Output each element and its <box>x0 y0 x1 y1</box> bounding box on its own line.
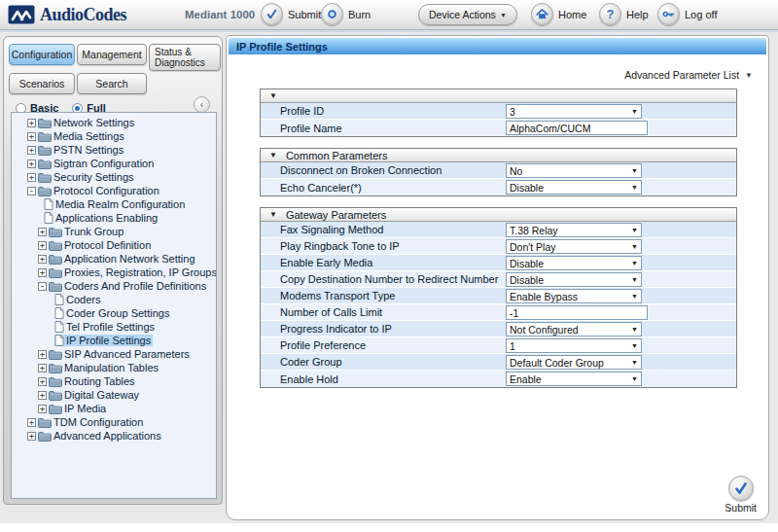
tree-item[interactable]: Coder Group Settings <box>12 306 216 320</box>
collapse-minus-icon[interactable]: - <box>38 282 47 291</box>
param-select-value: Disable <box>510 182 544 194</box>
folder-icon <box>49 281 62 292</box>
expand-plus-icon[interactable]: + <box>27 418 36 427</box>
param-row: Play Ringback Tone to IPDon't Play▼ <box>261 238 736 255</box>
expand-plus-icon[interactable]: + <box>27 146 36 155</box>
expand-plus-icon[interactable]: + <box>38 377 47 386</box>
sidebar: Configuration Management Status & Diagno… <box>3 36 223 505</box>
submit-button[interactable]: Submit <box>725 476 757 514</box>
tree-item[interactable]: Tel Profile Settings <box>12 320 216 334</box>
expand-plus-icon[interactable]: + <box>38 255 47 264</box>
page-title-bar: IP Profile Settings <box>229 38 766 54</box>
expand-plus-icon[interactable]: + <box>27 432 36 441</box>
param-select[interactable]: 1▼ <box>506 338 642 353</box>
tree-item[interactable]: +Application Network Setting <box>12 252 216 266</box>
expand-plus-icon[interactable]: + <box>27 119 36 127</box>
tab-configuration[interactable]: Configuration <box>9 44 75 65</box>
param-select[interactable]: 3▼ <box>506 104 642 119</box>
expand-plus-icon[interactable]: + <box>27 160 36 168</box>
section-collapse-icon: ▼ <box>269 151 277 160</box>
section-table: ▼Profile ID3▼Profile Name <box>260 89 737 137</box>
device-actions-label: Device Actions <box>429 9 496 20</box>
chevron-down-icon: ▼ <box>628 276 638 283</box>
section-header[interactable]: ▼Common Parameters <box>261 149 736 162</box>
tree-item[interactable]: +IP Media <box>12 402 216 415</box>
tree-item[interactable]: Coders <box>12 293 216 306</box>
param-select[interactable]: Default Coder Group▼ <box>506 355 642 370</box>
tree-item[interactable]: Applications Enabling <box>12 211 216 225</box>
expand-plus-icon[interactable]: + <box>38 228 47 236</box>
param-select[interactable]: Disable▼ <box>506 272 642 287</box>
submit-top-button[interactable]: Submit <box>261 3 321 25</box>
expand-plus-icon[interactable]: + <box>38 241 47 250</box>
param-select[interactable]: No▼ <box>506 163 642 178</box>
document-icon <box>44 212 53 224</box>
tree-item[interactable]: +Proxies, Registration, IP Groups <box>12 266 216 279</box>
tree-item[interactable]: -Coders And Profile Definitions <box>12 279 216 293</box>
param-input[interactable] <box>506 305 648 320</box>
param-label: Modems Transport Type <box>261 290 395 301</box>
tab-status-diagnostics[interactable]: Status & Diagnostics <box>149 44 221 71</box>
tree-item[interactable]: +Media Settings <box>12 129 216 143</box>
param-select[interactable]: T.38 Relay▼ <box>506 223 642 237</box>
document-icon <box>54 307 64 319</box>
expand-plus-icon[interactable]: + <box>27 132 36 141</box>
param-row: Enable HoldEnable▼ <box>261 371 736 387</box>
help-button[interactable]: ? Help <box>599 3 649 25</box>
tree-item-label: Digital Gateway <box>64 389 139 401</box>
expand-plus-icon[interactable]: + <box>38 350 47 359</box>
tree-item[interactable]: +TDM Configuration <box>12 415 216 429</box>
tree-item[interactable]: +PSTN Settings <box>12 143 216 157</box>
folder-icon <box>49 363 62 373</box>
tab-scenarios[interactable]: Scenarios <box>9 73 75 94</box>
expand-plus-icon[interactable]: + <box>27 173 36 182</box>
param-select[interactable]: Don't Play▼ <box>506 239 642 254</box>
collapse-minus-icon[interactable]: - <box>27 187 36 195</box>
param-input[interactable] <box>506 121 648 135</box>
home-button[interactable]: Home <box>531 3 586 25</box>
tree-item[interactable]: +SIP Advanced Parameters <box>12 347 216 361</box>
tree-item[interactable]: +Network Settings <box>12 116 216 129</box>
param-select[interactable]: Not Configured▼ <box>506 322 642 337</box>
param-row: Fax Signaling MethodT.38 Relay▼ <box>261 222 736 238</box>
tree-item-highlight: Digital Gateway <box>49 389 141 401</box>
sidebar-collapse-button[interactable]: ‹ <box>194 96 210 113</box>
tab-search[interactable]: Search <box>77 73 147 94</box>
tree-item-highlight: TDM Configuration <box>38 416 145 428</box>
expand-plus-icon[interactable]: + <box>38 268 47 277</box>
tree-item[interactable]: +Trunk Group <box>12 225 216 238</box>
section-header[interactable]: ▼Gateway Parameters <box>261 208 736 222</box>
section-header[interactable]: ▼ <box>261 89 736 103</box>
expand-plus-icon[interactable]: + <box>38 391 47 400</box>
device-actions-dropdown[interactable]: Device Actions ▼ <box>418 4 517 25</box>
tree-item[interactable]: +Digital Gateway <box>12 388 216 402</box>
help-icon: ? <box>599 3 621 25</box>
tree-item-highlight: SIP Advanced Parameters <box>49 348 192 360</box>
folder-icon <box>49 254 62 265</box>
tree-item[interactable]: -Protocol Configuration <box>12 184 216 197</box>
tree-item[interactable]: +Manipulation Tables <box>12 361 216 374</box>
folder-icon <box>49 376 62 387</box>
tree-item[interactable]: +Advanced Applications <box>12 429 216 443</box>
param-select[interactable]: Enable▼ <box>506 372 642 386</box>
tree-item[interactable]: IP Profile Settings <box>12 334 216 347</box>
key-icon <box>657 3 680 25</box>
tree-item[interactable]: +Routing Tables <box>12 374 216 388</box>
expand-plus-icon[interactable]: + <box>38 364 47 372</box>
tab-management[interactable]: Management <box>77 44 147 65</box>
tree-item-label: TDM Configuration <box>53 416 143 428</box>
param-select[interactable]: Disable▼ <box>506 180 642 195</box>
tree-item[interactable]: +Sigtran Configuration <box>12 157 216 170</box>
tree-item-label: Security Settings <box>53 171 134 183</box>
param-control: Disable▼ <box>506 255 642 271</box>
advanced-parameter-list-toggle[interactable]: Advanced Parameter List ▼ <box>624 69 753 81</box>
param-label: Enable Early Media <box>261 257 372 268</box>
logoff-button[interactable]: Log off <box>657 3 717 25</box>
tree-item[interactable]: Media Realm Configuration <box>12 197 216 211</box>
tree-item[interactable]: +Security Settings <box>12 170 216 184</box>
burn-button[interactable]: Burn <box>321 3 371 25</box>
param-select[interactable]: Enable Bypass▼ <box>506 289 642 303</box>
expand-plus-icon[interactable]: + <box>38 405 47 413</box>
tree-item[interactable]: +Protocol Definition <box>12 238 216 252</box>
param-select[interactable]: Disable▼ <box>506 256 642 270</box>
